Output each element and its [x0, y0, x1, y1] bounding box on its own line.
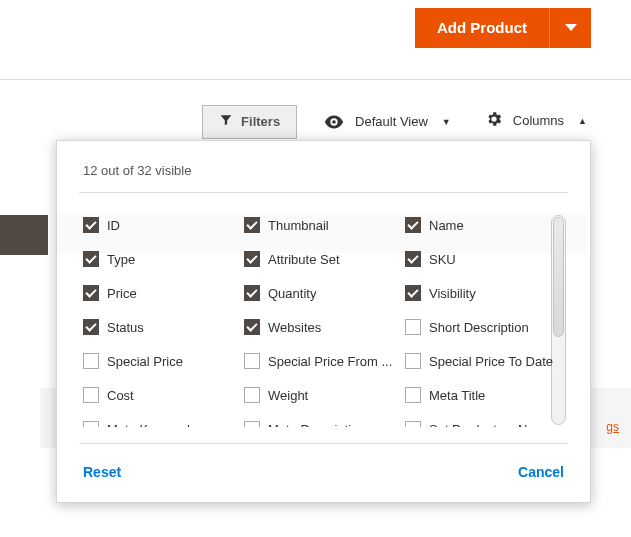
- column-option-label: Visibility: [429, 286, 476, 301]
- column-option-label: Price: [107, 286, 137, 301]
- column-option-label: Type: [107, 252, 135, 267]
- column-option[interactable]: Type: [83, 251, 238, 267]
- left-dark-strip: [0, 215, 48, 255]
- column-option-label: Weight: [268, 388, 308, 403]
- column-option-label: Set Product as Ne...: [429, 422, 545, 428]
- checkbox-icon[interactable]: [83, 421, 99, 427]
- column-option[interactable]: ID: [83, 217, 238, 233]
- add-product-button[interactable]: Add Product: [415, 8, 549, 48]
- column-option-label: Short Description: [429, 320, 529, 335]
- column-option-label: Special Price To Date: [429, 354, 553, 369]
- column-option[interactable]: Thumbnail: [244, 217, 399, 233]
- checkbox-icon[interactable]: [405, 251, 421, 267]
- column-option[interactable]: Websites: [244, 319, 399, 335]
- checkbox-icon[interactable]: [83, 387, 99, 403]
- checkbox-icon[interactable]: [83, 285, 99, 301]
- checkbox-icon[interactable]: [405, 353, 421, 369]
- column-option[interactable]: Special Price To Date: [405, 353, 560, 369]
- column-option-label: Cost: [107, 388, 134, 403]
- column-option-label: Quantity: [268, 286, 316, 301]
- column-option[interactable]: Status: [83, 319, 238, 335]
- bg-partial-link[interactable]: gs: [606, 420, 619, 434]
- column-option-label: SKU: [429, 252, 456, 267]
- column-option[interactable]: SKU: [405, 251, 560, 267]
- checkbox-icon[interactable]: [83, 251, 99, 267]
- column-option[interactable]: Meta Keywords: [83, 421, 238, 427]
- checkbox-icon[interactable]: [405, 421, 421, 427]
- checkbox-icon[interactable]: [244, 285, 260, 301]
- column-option-label: Thumbnail: [268, 218, 329, 233]
- column-option[interactable]: Short Description: [405, 319, 560, 335]
- column-option[interactable]: Set Product as Ne...: [405, 421, 560, 427]
- checkbox-icon[interactable]: [83, 319, 99, 335]
- checkbox-icon[interactable]: [405, 217, 421, 233]
- filters-label: Filters: [241, 114, 280, 129]
- svg-point-0: [332, 120, 336, 124]
- panel-footer: Reset Cancel: [57, 444, 590, 502]
- columns-grid: IDThumbnailNameTypeAttribute SetSKUPrice…: [79, 205, 568, 427]
- checkbox-icon[interactable]: [405, 285, 421, 301]
- checkbox-icon[interactable]: [244, 353, 260, 369]
- panel-divider-top: [79, 192, 568, 193]
- gear-icon: [485, 110, 503, 131]
- add-product-group: Add Product: [415, 8, 591, 48]
- column-option-label: Meta Description: [268, 422, 366, 428]
- columns-label: Columns: [513, 113, 564, 128]
- checkbox-icon[interactable]: [244, 387, 260, 403]
- checkbox-icon[interactable]: [405, 319, 421, 335]
- columns-visible-count: 12 out of 32 visible: [57, 141, 590, 192]
- checkbox-icon[interactable]: [83, 353, 99, 369]
- checkbox-icon[interactable]: [244, 251, 260, 267]
- column-option[interactable]: Weight: [244, 387, 399, 403]
- default-view-label: Default View: [355, 114, 428, 129]
- column-option[interactable]: Special Price: [83, 353, 238, 369]
- triangle-up-icon: ▲: [578, 116, 587, 126]
- checkbox-icon[interactable]: [244, 217, 260, 233]
- checkbox-icon[interactable]: [405, 387, 421, 403]
- checkbox-icon[interactable]: [244, 319, 260, 335]
- top-bar: Add Product: [0, 0, 631, 55]
- grid-toolbar: Filters Default View ▼ Columns ▲: [0, 80, 631, 141]
- triangle-down-icon: ▼: [442, 117, 451, 127]
- column-option-label: Websites: [268, 320, 321, 335]
- column-option-label: Special Price From ...: [268, 354, 392, 369]
- column-option[interactable]: Price: [83, 285, 238, 301]
- columns-grid-wrap: IDThumbnailNameTypeAttribute SetSKUPrice…: [79, 205, 568, 427]
- column-option-label: ID: [107, 218, 120, 233]
- column-option[interactable]: Attribute Set: [244, 251, 399, 267]
- column-option[interactable]: Cost: [83, 387, 238, 403]
- column-option[interactable]: Quantity: [244, 285, 399, 301]
- column-option-label: Status: [107, 320, 144, 335]
- columns-scroll-area: IDThumbnailNameTypeAttribute SetSKUPrice…: [79, 205, 568, 427]
- cancel-link[interactable]: Cancel: [518, 464, 564, 480]
- checkbox-icon[interactable]: [244, 421, 260, 427]
- funnel-icon: [219, 113, 233, 130]
- default-view-dropdown[interactable]: Default View ▼: [323, 111, 451, 133]
- eye-icon: [323, 111, 345, 133]
- column-option[interactable]: Meta Title: [405, 387, 560, 403]
- column-option-label: Name: [429, 218, 464, 233]
- filters-button[interactable]: Filters: [202, 105, 297, 139]
- triangle-down-icon: [565, 24, 577, 31]
- columns-panel: 12 out of 32 visible IDThumbnailNameType…: [56, 140, 591, 503]
- checkbox-icon[interactable]: [83, 217, 99, 233]
- column-option[interactable]: Meta Description: [244, 421, 399, 427]
- column-option[interactable]: Special Price From ...: [244, 353, 399, 369]
- add-product-dropdown-toggle[interactable]: [549, 8, 591, 48]
- column-option[interactable]: Name: [405, 217, 560, 233]
- reset-link[interactable]: Reset: [83, 464, 121, 480]
- column-option-label: Special Price: [107, 354, 183, 369]
- column-option[interactable]: Visibility: [405, 285, 560, 301]
- column-option-label: Meta Title: [429, 388, 485, 403]
- columns-dropdown-toggle[interactable]: Columns ▲: [473, 102, 591, 141]
- column-option-label: Attribute Set: [268, 252, 340, 267]
- column-option-label: Meta Keywords: [107, 422, 197, 428]
